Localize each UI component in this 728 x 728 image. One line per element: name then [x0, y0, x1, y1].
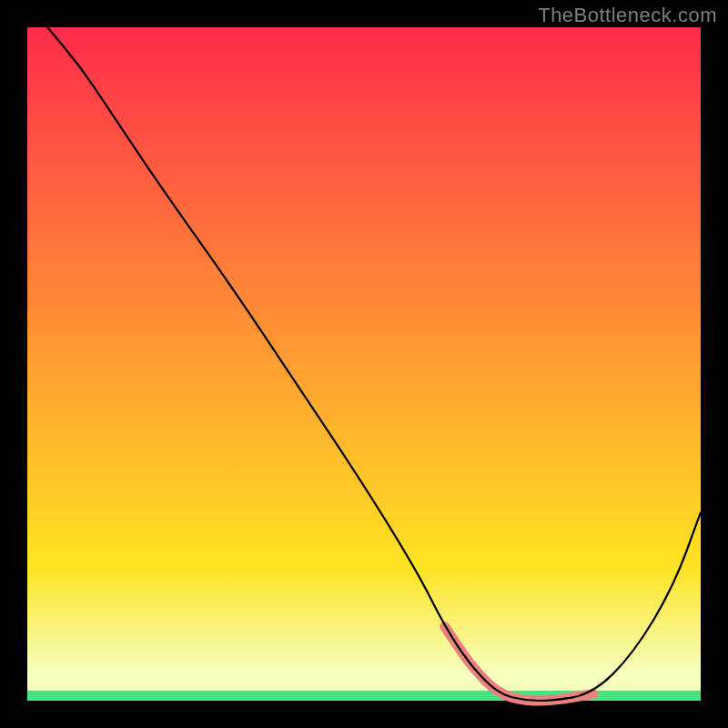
svg-rect-5	[27, 699, 701, 700]
svg-rect-1	[27, 691, 701, 692]
svg-rect-4	[27, 697, 701, 698]
svg-rect-3	[27, 695, 701, 696]
chart-svg	[0, 0, 728, 728]
svg-rect-2	[27, 693, 701, 694]
attribution-label: TheBottleneck.com	[538, 4, 717, 27]
plot-background	[27, 27, 701, 701]
chart-root: TheBottleneck.com	[0, 0, 728, 728]
floor-band	[27, 691, 701, 701]
